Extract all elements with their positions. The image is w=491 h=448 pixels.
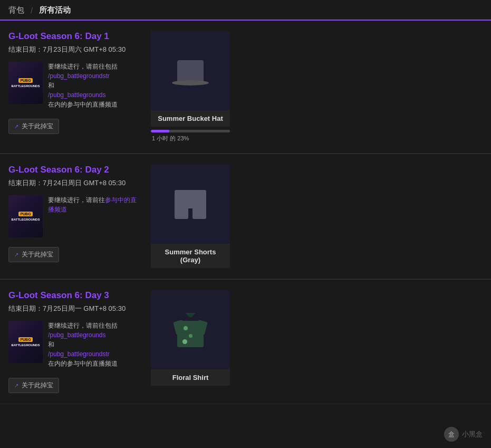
reward-image-day1 [151, 31, 230, 110]
progress-bar-fill-day1 [151, 130, 169, 132]
hat-illustration [172, 56, 209, 85]
reward-label-day3: Floral Shirt [151, 369, 230, 386]
event-desc-day2: 要继续进行，请前往参与中的直播频道 [48, 195, 140, 214]
event-button-day2[interactable]: ↗ 关于此掉宝 [8, 247, 59, 262]
event-info-day3: G-Loot Season 6: Day 3 结束日期：7月25日周一 GMT+… [8, 290, 151, 393]
reward-image-day3 [151, 290, 230, 369]
shorts-illustration [175, 190, 206, 219]
event-title-day3: G-Loot Season 6: Day 3 [8, 290, 140, 301]
event-section-day2: G-Loot Season 6: Day 2 结束日期：7月24日周日 GMT+… [0, 154, 491, 279]
page-title: 所有活动 [39, 5, 71, 15]
event-button-day1[interactable]: ↗ 关于此掉宝 [8, 119, 59, 134]
watermark: 盒 小黑盒 [444, 427, 483, 442]
event-title-day2: G-Loot Season 6: Day 2 [8, 165, 140, 175]
reward-card-day3: Floral Shirt [151, 290, 230, 386]
watermark-text: 小黑盒 [462, 430, 483, 439]
event-info-day1: G-Loot Season 6: Day 1 结束日期：7月23日周六 GMT+… [8, 31, 151, 142]
reward-image-day2 [151, 165, 230, 244]
reward-card-day2: Summer Shorts(Gray) [151, 165, 230, 268]
event-section-day1: G-Loot Season 6: Day 1 结束日期：7月23日周六 GMT+… [0, 21, 491, 154]
event-desc-day1: 要继续进行，请前往包括 /pubg_battlegroundstr 和 /pub… [48, 62, 140, 109]
progress-container-day1: 1 小时 的 23% [151, 130, 230, 142]
event-section-day3: G-Loot Season 6: Day 3 结束日期：7月25日周一 GMT+… [0, 280, 491, 404]
reward-area-day2: Summer Shorts(Gray) [151, 165, 483, 268]
event-date-day2: 结束日期：7月24日周日 GMT+8 05:30 [8, 178, 140, 188]
event-link2-day3[interactable]: /pubg_battlegroundstr [48, 350, 110, 358]
game-thumbnail-day2: PUBG BATTLEGROUNDS [8, 195, 43, 237]
arrow-icon-day2: ↗ [14, 252, 18, 258]
event-game-row-day3: PUBG BATTLEGROUNDS 要继续进行，请前往包括 /pubg_bat… [8, 321, 140, 368]
arrow-icon-day1: ↗ [14, 123, 18, 129]
watermark-logo: 盒 [444, 427, 459, 442]
event-link1-day3[interactable]: /pubg_battlegrounds [48, 331, 105, 339]
reward-area-day1: Summer Bucket Hat 1 小时 的 23% [151, 31, 483, 142]
reward-card-day1: Summer Bucket Hat [151, 31, 230, 127]
event-link2-day1[interactable]: /pubg_battlegrounds [48, 91, 105, 99]
event-title-day1: G-Loot Season 6: Day 1 [8, 31, 140, 42]
page-header: 背包 / 所有活动 [0, 0, 491, 21]
game-thumbnail-day3: PUBG BATTLEGROUNDS [8, 321, 43, 363]
event-link1-day2[interactable]: 参与中的直播频道 [48, 196, 137, 213]
event-link1-day1[interactable]: /pubg_battlegroundstr [48, 72, 110, 80]
breadcrumb-backpack: 背包 [8, 5, 24, 15]
game-thumbnail-day1: PUBG BATTLEGROUNDS [8, 62, 43, 104]
event-button-day3[interactable]: ↗ 关于此掉宝 [8, 378, 59, 393]
reward-area-day3: Floral Shirt [151, 290, 483, 393]
progress-bar-bg-day1 [151, 130, 230, 132]
reward-label-day2: Summer Shorts(Gray) [151, 244, 230, 268]
event-desc-day3: 要继续进行，请前往包括 /pubg_battlegrounds 和 /pubg_… [48, 321, 140, 368]
breadcrumb-separator: / [31, 6, 33, 15]
progress-text-day1: 1 小时 的 23% [151, 135, 230, 142]
event-date-day1: 结束日期：7月23日周六 GMT+8 05:30 [8, 45, 140, 54]
event-date-day3: 结束日期：7月25日周一 GMT+8 05:30 [8, 304, 140, 313]
event-game-row-day1: PUBG BATTLEGROUNDS 要继续进行，请前往包括 /pubg_bat… [8, 62, 140, 109]
event-game-row-day2: PUBG BATTLEGROUNDS 要继续进行，请前往参与中的直播频道 [8, 195, 140, 237]
event-info-day2: G-Loot Season 6: Day 2 结束日期：7月24日周日 GMT+… [8, 165, 151, 268]
reward-label-day1: Summer Bucket Hat [151, 110, 230, 127]
arrow-icon-day3: ↗ [14, 383, 18, 388]
shirt-illustration [175, 313, 206, 347]
